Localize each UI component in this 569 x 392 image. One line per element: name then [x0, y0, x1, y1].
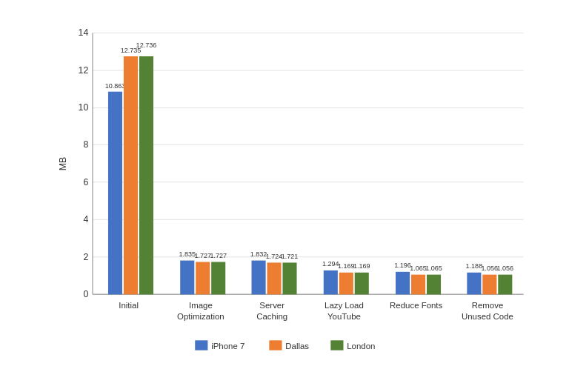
xlabel-lazy2: YouTube: [327, 311, 361, 320]
bar-initial-london: [139, 56, 153, 294]
label-imgopt-dallas: 1.727: [194, 251, 211, 259]
bar-initial-dallas: [124, 56, 138, 294]
label-code-london: 1.056: [497, 264, 514, 271]
bar-fonts-dallas: [411, 274, 425, 294]
bar-imgopt-dallas: [196, 262, 210, 294]
bar-server-dallas: [267, 262, 282, 294]
xlabel-fonts: Reduce Fonts: [390, 301, 442, 310]
bar-code-iphone7: [467, 272, 481, 294]
chart-area: .axis-text { font-size: 13px; fill: #333…: [51, 26, 544, 330]
bar-lazy-iphone7: [324, 270, 338, 293]
bar-lazy-dallas: [339, 272, 353, 294]
legend-label-london: London: [347, 341, 375, 350]
label-initial-london: 12.736: [136, 41, 157, 48]
ytick-0: 0: [83, 289, 88, 299]
legend-icon-iphone7: [195, 340, 207, 350]
label-lazy-iphone7: 1.294: [322, 260, 339, 268]
bar-imgopt-iphone7: [180, 260, 194, 294]
bar-lazy-london: [355, 272, 369, 294]
xlabel-initial: Initial: [119, 301, 139, 310]
ytick-12: 12: [79, 64, 89, 75]
ytick-4: 4: [83, 214, 88, 225]
label-server-london: 1.721: [282, 252, 299, 259]
bar-code-dallas: [482, 274, 496, 294]
ytick-8: 8: [83, 139, 88, 150]
bar-server-iphone7: [252, 260, 266, 294]
legend-label-iphone7: iPhone 7: [211, 341, 244, 350]
label-fonts-london: 1.065: [425, 264, 442, 271]
label-imgopt-london: 1.727: [210, 251, 227, 259]
y-axis-label: MB: [58, 156, 68, 170]
ytick-2: 2: [83, 251, 88, 262]
label-imgopt-iphone7: 1.835: [179, 250, 196, 257]
bar-chart: .axis-text { font-size: 13px; fill: #333…: [51, 26, 544, 330]
xlabel-server: Server: [259, 301, 284, 310]
label-server-dallas: 1.724: [266, 252, 283, 259]
label-fonts-dallas: 1.065: [410, 264, 427, 271]
ytick-10: 10: [79, 102, 89, 113]
label-initial-iphone7: 10.863: [105, 82, 126, 89]
bar-fonts-london: [427, 274, 441, 294]
legend-label-dallas: Dallas: [285, 341, 309, 350]
xlabel-imgopt: Image: [189, 301, 213, 310]
chart-container: .axis-text { font-size: 13px; fill: #333…: [10, 11, 559, 382]
xlabel-code2: Unused Code: [462, 311, 513, 320]
ytick-14: 14: [79, 27, 89, 38]
label-lazy-dallas: 1.169: [338, 262, 355, 270]
label-lazy-london: 1.169: [353, 262, 370, 270]
label-fonts-iphone7: 1.196: [394, 262, 411, 269]
bar-code-london: [498, 274, 512, 294]
xlabel-lazy: Lazy Load: [325, 301, 364, 310]
label-code-dallas: 1.056: [482, 264, 499, 271]
bar-imgopt-london: [211, 262, 225, 294]
xlabel-code: Remove: [472, 301, 504, 310]
label-code-iphone7: 1.188: [466, 262, 483, 270]
bar-initial-iphone7: [108, 91, 122, 294]
bar-fonts-iphone7: [396, 271, 410, 294]
legend-icon-dallas: [269, 340, 282, 350]
label-server-iphone7: 1.832: [250, 250, 267, 257]
xlabel-imgopt2: Optimization: [177, 311, 224, 320]
ytick-6: 6: [83, 176, 88, 187]
bar-server-london: [282, 262, 296, 294]
xlabel-server2: Caching: [256, 311, 287, 320]
legend-icon-london: [330, 340, 343, 350]
